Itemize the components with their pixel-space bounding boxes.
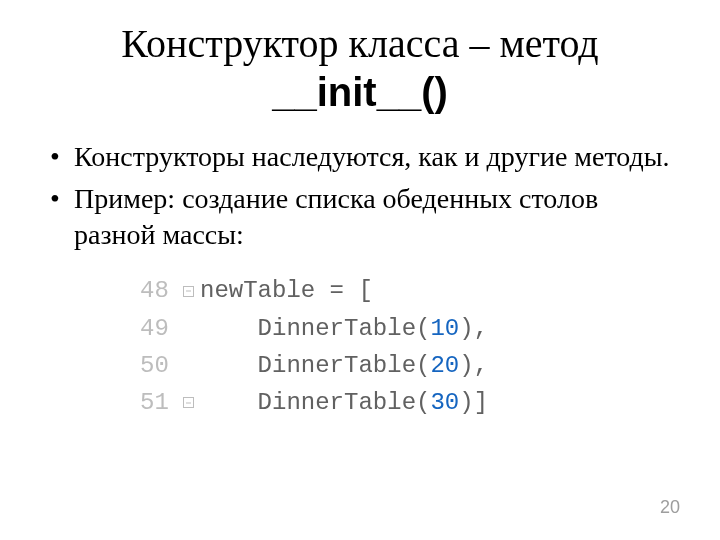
title-line-2: __init__() bbox=[272, 70, 448, 114]
slide-title: Конструктор класса – метод __init__() bbox=[40, 20, 680, 117]
code-line: 50 DinnerTable(20), bbox=[140, 347, 680, 384]
code-segment: DinnerTable( bbox=[200, 352, 430, 379]
bullet-text: Конструкторы наследуются, как и другие м… bbox=[74, 141, 670, 172]
page-number: 20 bbox=[660, 497, 680, 518]
title-line-1: Конструктор класса – метод bbox=[121, 21, 598, 66]
code-block: 48 newTable = [ 49 DinnerTable(10), 50 D… bbox=[140, 272, 680, 421]
code-text: DinnerTable(20), bbox=[200, 347, 488, 384]
code-segment: DinnerTable( bbox=[200, 315, 430, 342]
bullet-text: Пример: создание списка обеденных столов… bbox=[74, 183, 598, 250]
code-segment: DinnerTable( bbox=[200, 389, 430, 416]
code-segment: newTable = [ bbox=[200, 277, 373, 304]
fold-gutter bbox=[176, 286, 200, 297]
code-segment: )] bbox=[459, 389, 488, 416]
line-number: 50 bbox=[140, 347, 176, 384]
code-number-literal: 20 bbox=[430, 352, 459, 379]
code-number-literal: 30 bbox=[430, 389, 459, 416]
bullet-list: Конструкторы наследуются, как и другие м… bbox=[40, 139, 680, 252]
fold-close-icon bbox=[183, 397, 194, 408]
code-segment: ), bbox=[459, 315, 488, 342]
code-line: 49 DinnerTable(10), bbox=[140, 310, 680, 347]
code-line: 48 newTable = [ bbox=[140, 272, 680, 309]
line-number: 48 bbox=[140, 272, 176, 309]
fold-open-icon bbox=[183, 286, 194, 297]
bullet-item: Конструкторы наследуются, как и другие м… bbox=[74, 139, 670, 175]
code-text: newTable = [ bbox=[200, 272, 373, 309]
line-number: 49 bbox=[140, 310, 176, 347]
code-text: DinnerTable(10), bbox=[200, 310, 488, 347]
slide: Конструктор класса – метод __init__() Ко… bbox=[0, 0, 720, 540]
code-segment: ), bbox=[459, 352, 488, 379]
line-number: 51 bbox=[140, 384, 176, 421]
fold-gutter bbox=[176, 397, 200, 408]
code-line: 51 DinnerTable(30)] bbox=[140, 384, 680, 421]
bullet-item: Пример: создание списка обеденных столов… bbox=[74, 181, 670, 253]
code-number-literal: 10 bbox=[430, 315, 459, 342]
code-text: DinnerTable(30)] bbox=[200, 384, 488, 421]
